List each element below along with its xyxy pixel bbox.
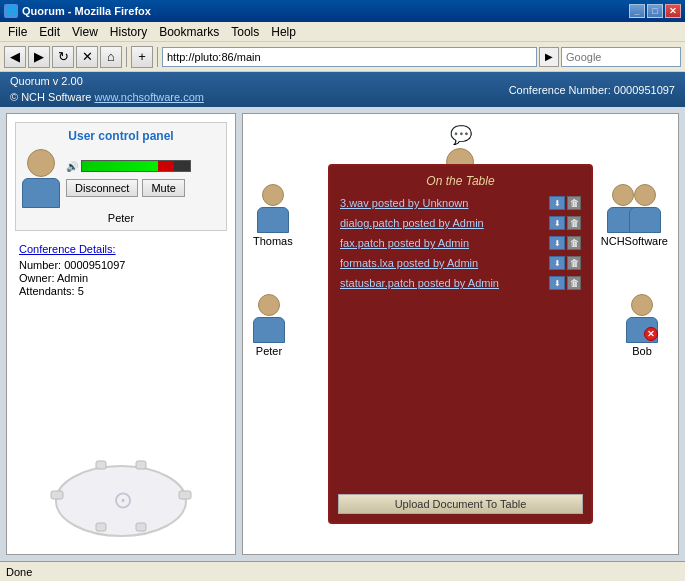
thomas-avatar-body: [257, 207, 289, 233]
thomas-label: Thomas: [253, 235, 293, 247]
search-input[interactable]: [561, 47, 681, 67]
back-button[interactable]: ◀: [4, 46, 26, 68]
svg-rect-6: [136, 523, 146, 531]
nch-avatar-2: [629, 184, 661, 233]
forward-button[interactable]: ▶: [28, 46, 50, 68]
volume-icon: 🔊: [66, 161, 78, 172]
menu-history[interactable]: History: [104, 23, 153, 41]
meeting-image: ⊙: [15, 446, 227, 546]
volume-green: [82, 161, 158, 171]
peter-avatar: [253, 294, 285, 343]
nch-body-2: [629, 207, 661, 233]
bob-participant: ✕ Bob: [626, 294, 658, 357]
table-title: On the Table: [338, 174, 583, 188]
svg-rect-4: [136, 461, 146, 469]
avatar-body: [22, 178, 60, 208]
toolbar-separator: [126, 47, 127, 67]
menu-bar: File Edit View History Bookmarks Tools H…: [0, 22, 685, 42]
peter-label: Peter: [256, 345, 282, 357]
table-action-btn-3[interactable]: ⬇: [549, 256, 565, 270]
new-tab-button[interactable]: +: [131, 46, 153, 68]
attendants-value: 5: [78, 285, 84, 297]
current-user-avatar: [22, 149, 60, 208]
table-delete-btn-0[interactable]: 🗑: [567, 196, 581, 210]
svg-rect-3: [96, 461, 106, 469]
thomas-avatar: [257, 184, 289, 233]
minimize-button[interactable]: _: [629, 4, 645, 18]
table-item-actions-3: ⬇ 🗑: [549, 256, 581, 270]
mute-button[interactable]: Mute: [142, 179, 184, 197]
table-action-btn-0[interactable]: ⬇: [549, 196, 565, 210]
conference-label: Conference Number:: [509, 84, 611, 96]
ucp-title: User control panel: [22, 129, 220, 143]
nch-head-2: [634, 184, 656, 206]
app-copyright: © NCH Software: [10, 91, 91, 103]
status-bar: Done: [0, 561, 685, 581]
refresh-button[interactable]: ↻: [52, 46, 74, 68]
thomas-participant: Thomas: [253, 184, 293, 247]
table-delete-btn-4[interactable]: 🗑: [567, 276, 581, 290]
table-item: formats.lxa posted by Admin ⬇ 🗑: [338, 254, 583, 272]
table-action-btn-4[interactable]: ⬇: [549, 276, 565, 290]
number-label: Number:: [19, 259, 61, 271]
table-item-link-3[interactable]: formats.lxa posted by Admin: [340, 257, 478, 269]
upload-document-button[interactable]: Upload Document To Table: [338, 494, 583, 514]
avatar-head: [27, 149, 55, 177]
app-icon: 🌐: [4, 4, 18, 18]
number-value: 0000951097: [64, 259, 125, 271]
title-bar: 🌐 Quorum - Mozilla Firefox _ □ ✕: [0, 0, 685, 22]
toolbar: ◀ ▶ ↻ ✕ ⌂ + http://pluto:86/main ▶: [0, 42, 685, 72]
bob-avatar-head: [631, 294, 653, 316]
table-item: statusbar.patch posted by Admin ⬇ 🗑: [338, 274, 583, 292]
table-item-actions-2: ⬇ 🗑: [549, 236, 581, 250]
table-item-link-2[interactable]: fax.patch posted by Admin: [340, 237, 469, 249]
menu-view[interactable]: View: [66, 23, 104, 41]
menu-file[interactable]: File: [2, 23, 33, 41]
menu-bookmarks[interactable]: Bookmarks: [153, 23, 225, 41]
svg-rect-5: [96, 523, 106, 531]
nch-participant: NCHSoftware: [601, 184, 668, 247]
menu-tools[interactable]: Tools: [225, 23, 265, 41]
go-button[interactable]: ▶: [539, 47, 559, 67]
current-user-name: Peter: [22, 212, 220, 224]
meeting-table-svg: ⊙: [41, 446, 201, 546]
disconnect-button[interactable]: Disconnect: [66, 179, 138, 197]
close-button[interactable]: ✕: [665, 4, 681, 18]
table-action-btn-1[interactable]: ⬇: [549, 216, 565, 230]
table-delete-btn-2[interactable]: 🗑: [567, 236, 581, 250]
stop-button[interactable]: ✕: [76, 46, 98, 68]
address-bar[interactable]: http://pluto:86/main: [162, 47, 537, 67]
maximize-button[interactable]: □: [647, 4, 663, 18]
menu-edit[interactable]: Edit: [33, 23, 66, 41]
menu-help[interactable]: Help: [265, 23, 302, 41]
bob-disconnect-icon: ✕: [644, 327, 658, 341]
left-panel: User control panel 🔊: [6, 113, 236, 555]
volume-meter: [81, 160, 191, 172]
thomas-avatar-head: [262, 184, 284, 206]
app-version: Quorum v 2.00: [10, 74, 204, 89]
table-item: 3.wav posted by Unknown ⬇ 🗑: [338, 194, 583, 212]
home-button[interactable]: ⌂: [100, 46, 122, 68]
toolbar-separator-2: [157, 47, 158, 67]
app-website[interactable]: www.nchsoftware.com: [95, 91, 204, 103]
table-action-btn-2[interactable]: ⬇: [549, 236, 565, 250]
table-item: dialog.patch posted by Admin ⬇ 🗑: [338, 214, 583, 232]
right-panel: 💬 Admin (Owner) Thomas: [242, 113, 679, 555]
peter-avatar-head: [258, 294, 280, 316]
table-item-link-1[interactable]: dialog.patch posted by Admin: [340, 217, 484, 229]
owner-value: Admin: [57, 272, 88, 284]
table-delete-btn-3[interactable]: 🗑: [567, 256, 581, 270]
table-item-link-0[interactable]: 3.wav posted by Unknown: [340, 197, 468, 209]
table-box: On the Table 3.wav posted by Unknown ⬇ 🗑…: [328, 164, 593, 524]
bob-label: Bob: [632, 345, 652, 357]
table-item-link-4[interactable]: statusbar.patch posted by Admin: [340, 277, 499, 289]
address-text: http://pluto:86/main: [167, 51, 261, 63]
peter-avatar-body: [253, 317, 285, 343]
table-delete-btn-1[interactable]: 🗑: [567, 216, 581, 230]
conference-number: 0000951097: [614, 84, 675, 96]
app-header: Quorum v 2.00 © NCH Software www.nchsoft…: [0, 72, 685, 107]
nch-label: NCHSoftware: [601, 235, 668, 247]
svg-rect-1: [51, 491, 63, 499]
main-content: User control panel 🔊: [0, 107, 685, 561]
conference-details: Conference Details: Number: 0000951097 O…: [15, 239, 227, 302]
